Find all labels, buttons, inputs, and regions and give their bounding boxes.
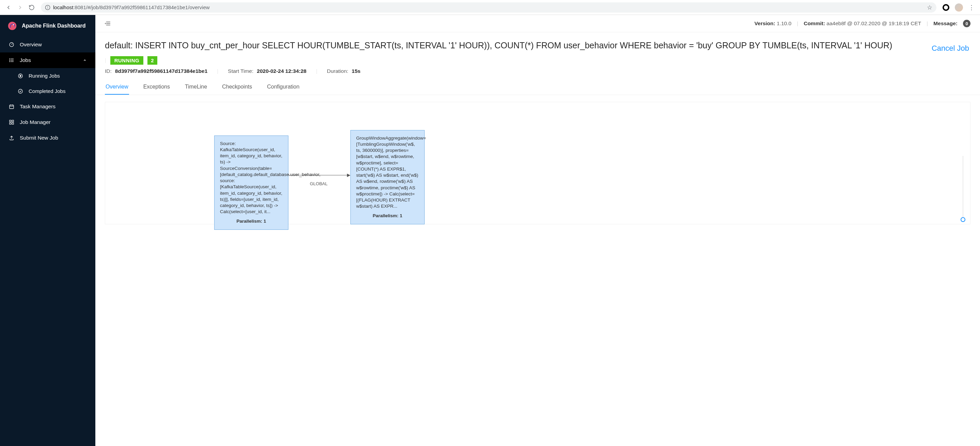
job-id-label: ID:: [105, 68, 112, 74]
forward-button[interactable]: [15, 2, 25, 13]
sidebar-item-label: Jobs: [20, 57, 31, 63]
tab-exceptions[interactable]: Exceptions: [143, 80, 170, 95]
job-graph[interactable]: Source: KafkaTableSource(user_id, item_i…: [105, 102, 970, 224]
play-circle-icon: [18, 73, 23, 79]
extension-icon[interactable]: [943, 4, 949, 11]
svg-point-4: [13, 24, 14, 25]
browser-chrome: localhost:8081/#/job/8d3979f7a992f598611…: [0, 0, 980, 15]
zoom-track[interactable]: [963, 156, 963, 217]
svg-point-9: [10, 59, 10, 59]
graph-edge-label: GLOBAL: [310, 181, 328, 186]
check-circle-icon: [18, 89, 23, 94]
svg-rect-22: [12, 122, 14, 124]
chevron-up-icon: [83, 59, 86, 62]
sidebar-item-job-manager[interactable]: Job Manager: [0, 114, 95, 130]
svg-rect-20: [12, 120, 14, 122]
svg-rect-19: [10, 120, 11, 122]
svg-point-3: [8, 22, 17, 30]
url-bar[interactable]: localhost:8081/#/job/8d3979f7a992f598611…: [41, 2, 936, 13]
svg-rect-21: [10, 122, 11, 124]
back-button[interactable]: [3, 2, 14, 13]
graph-node-source[interactable]: Source: KafkaTableSource(user_id, item_i…: [214, 135, 288, 230]
svg-rect-15: [10, 105, 14, 109]
bookmark-star-icon[interactable]: ☆: [927, 4, 932, 11]
graph-node-parallelism: Parallelism: 1: [356, 213, 419, 219]
cancel-job-link[interactable]: Cancel Job: [932, 44, 969, 53]
version-label: Version:: [754, 21, 775, 26]
duration-value: 15s: [352, 68, 361, 74]
task-count-badge: 2: [148, 56, 158, 65]
status-badge: RUNNING: [110, 56, 144, 65]
graph-node-parallelism: Parallelism: 1: [220, 218, 283, 224]
calendar-icon: [9, 104, 14, 109]
topbar: Version: 1.10.0 | Commit: aa4eb8f @ 07.0…: [95, 15, 980, 32]
sidebar-item-label: Submit New Job: [20, 135, 58, 141]
tab-overview[interactable]: Overview: [105, 80, 129, 95]
brand-title: Apache Flink Dashboard: [22, 23, 86, 29]
info-icon: [45, 5, 50, 10]
sidebar-item-label: Overview: [20, 41, 42, 48]
dashboard-icon: [9, 42, 14, 47]
start-time-label: Start Time:: [228, 68, 253, 74]
tabs: Overview Exceptions TimeLine Checkpoints…: [95, 80, 980, 95]
sidebar-item-jobs[interactable]: Jobs: [0, 52, 95, 68]
commit-value: aa4eb8f @ 07.02.2020 @ 19:18:19 CET: [826, 21, 921, 26]
message-count-badge[interactable]: 0: [963, 20, 970, 27]
sidebar-item-overview[interactable]: Overview: [0, 37, 95, 52]
sidebar-item-label: Running Jobs: [29, 73, 60, 79]
job-id-value: 8d3979f7a992f59861147d17384e1be1: [115, 68, 207, 74]
sidebar: Apache Flink Dashboard Overview Jobs Run…: [0, 15, 95, 446]
tab-timeline[interactable]: TimeLine: [184, 80, 208, 95]
svg-point-2: [48, 6, 48, 7]
reload-button[interactable]: [27, 2, 37, 13]
message-label: Message:: [933, 21, 958, 27]
list-icon: [9, 57, 14, 63]
graph-edge-arrow-icon: [347, 174, 350, 177]
sidebar-item-task-managers[interactable]: Task Managers: [0, 99, 95, 114]
svg-marker-13: [20, 75, 21, 76]
job-title: default: INSERT INTO buy_cnt_per_hour SE…: [105, 40, 970, 51]
start-time-value: 2020-02-24 12:34:28: [257, 68, 307, 74]
tab-checkpoints[interactable]: Checkpoints: [221, 80, 253, 95]
main-content: Version: 1.10.0 | Commit: aa4eb8f @ 07.0…: [95, 15, 980, 446]
sidebar-item-completed-jobs[interactable]: Completed Jobs: [0, 83, 95, 99]
graph-node-aggregate[interactable]: GroupWindowAggregate(window=[TumblingGro…: [350, 130, 425, 224]
graph-node-text: Source: KafkaTableSource(user_id, item_i…: [220, 141, 283, 215]
sidebar-item-submit-job[interactable]: Submit New Job: [0, 130, 95, 146]
commit-label: Commit:: [803, 21, 825, 26]
sidebar-item-running-jobs[interactable]: Running Jobs: [0, 68, 95, 83]
zoom-handle[interactable]: [961, 217, 966, 222]
graph-node-text: GroupWindowAggregate(window=[TumblingGro…: [356, 135, 419, 210]
graph-edge-line: [288, 175, 347, 175]
svg-point-11: [10, 61, 10, 62]
flink-logo-icon: [8, 21, 17, 31]
duration-label: Duration:: [327, 68, 348, 74]
svg-point-14: [18, 89, 22, 93]
grid-icon: [9, 119, 14, 125]
url-text: localhost:8081/#/job/8d3979f7a992f598611…: [53, 5, 210, 10]
collapse-sidebar-icon[interactable]: [105, 21, 111, 27]
version-value: 1.10.0: [777, 21, 791, 26]
profile-avatar[interactable]: [955, 3, 963, 11]
tab-configuration[interactable]: Configuration: [266, 80, 300, 95]
upload-icon: [9, 135, 14, 141]
job-header: default: INSERT INTO buy_cnt_per_hour SE…: [95, 32, 980, 74]
sidebar-item-label: Task Managers: [20, 103, 56, 110]
sidebar-item-label: Completed Jobs: [29, 88, 65, 94]
sidebar-item-label: Job Manager: [20, 119, 50, 125]
brand-row: Apache Flink Dashboard: [0, 15, 95, 37]
browser-menu-icon[interactable]: ⋮: [966, 4, 977, 11]
